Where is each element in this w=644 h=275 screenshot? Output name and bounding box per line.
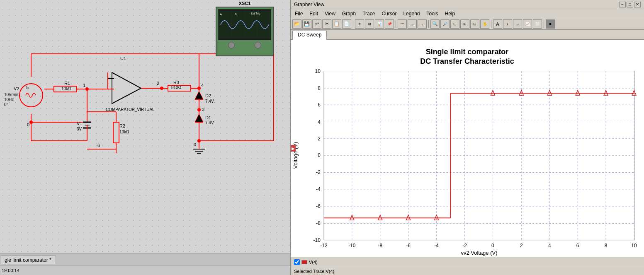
d2-value: 7.4V [205,99,214,104]
svg-point-5 [19,84,43,107]
tb-stop[interactable]: ■ [546,19,555,29]
menu-cursor[interactable]: Cursor [379,10,399,17]
tab-bar: gle limit comparator * 19:00:14 [0,253,290,275]
d1-label: D1 [205,115,211,120]
tb-cut[interactable]: ✂ [322,19,331,29]
svg-text:6: 6 [318,102,321,108]
circuit-tab[interactable]: gle limit comparator * [0,256,56,264]
menu-edit[interactable]: Edit [307,10,321,17]
menu-trace[interactable]: Trace [360,10,377,17]
legend-checkbox[interactable] [294,259,300,265]
tb-undo[interactable]: ↩ [312,19,321,29]
tb-copy[interactable]: 📋 [332,19,341,29]
svg-text:0: 0 [318,152,321,158]
tb-arrow[interactable]: → [513,19,522,29]
tb-paste[interactable]: 📄 [342,19,351,29]
tb-italic[interactable]: I [503,19,512,29]
tab-dc-sweep[interactable]: DC Sweep [292,31,327,40]
d2-label: D2 [205,93,211,98]
tb-zoomout[interactable]: 🔎 [440,19,450,29]
tb-open[interactable]: 📂 [292,19,301,29]
svg-text:-6: -6 [316,203,321,209]
gnd-node0: 0 [27,122,29,127]
v2-vrms: 10Vrms [4,92,18,97]
menu-bar: File Edit View Graph Trace Cursor Legend… [291,9,644,18]
menu-graph[interactable]: Graph [340,10,358,17]
svg-text:2: 2 [520,243,523,248]
graph-area[interactable]: ▶ Single limit comparator DC Transfer Ch… [291,40,644,257]
minimize-button[interactable]: − [619,2,626,7]
tb-sep2 [396,20,396,28]
tb-sep1 [353,20,353,28]
tb-save[interactable]: 💾 [302,19,311,29]
oscilloscope[interactable]: XSC1 A B Ext Trig [216,7,274,56]
tb-zoom3[interactable]: ⊟ [470,19,479,29]
tb-fit[interactable]: ⊡ [450,19,459,29]
tab-strip: DC Sweep [291,30,644,40]
svg-text:B: B [235,12,237,16]
svg-text:0: 0 [491,243,494,248]
u1-label: U1 [120,56,126,61]
node1-label: 1 [83,83,85,88]
legend-item: V(4) [294,259,318,265]
tb-line[interactable]: 〰 [398,19,407,29]
tb-dotline[interactable]: .-. [418,19,427,29]
svg-rect-50 [113,122,119,143]
tb-pin[interactable]: 📌 [385,19,394,29]
v2-phase: 0° [4,102,8,107]
grapher-panel: Grapher View − □ ✕ File Edit View Graph … [290,0,644,275]
left-arrow-indicator[interactable]: ▶ [291,145,296,152]
tb-bar[interactable]: 📊 [375,19,384,29]
tb-text[interactable]: A [493,19,502,29]
svg-text:6: 6 [576,243,579,248]
v1-value: 3V [77,127,82,131]
svg-text:-8: -8 [378,243,382,248]
svg-text:-4: -4 [434,243,439,248]
r2-value: 10kΩ [119,130,129,134]
v2-hz: 10Hz [4,97,14,102]
menu-legend[interactable]: Legend [401,10,422,17]
grapher-title-bar: Grapher View − □ ✕ [291,0,644,9]
legend-color [301,260,307,264]
osc-knob-b[interactable] [255,42,261,48]
svg-rect-62 [291,40,644,257]
tb-chart[interactable]: 📈 [523,19,532,29]
svg-marker-29 [195,114,203,122]
legend-bar: V(4) [291,257,644,267]
tb-export[interactable]: ⬜ [533,19,542,29]
tb-sep5 [544,20,544,28]
svg-marker-23 [195,91,203,99]
status-time: 19:00:14 [2,268,19,273]
tb-grid[interactable]: # [355,19,364,29]
node0-label: 0 [194,142,196,147]
d1-value: 7.4V [205,121,214,125]
tb-zoomin[interactable]: 🔍 [430,19,440,29]
menu-tools[interactable]: Tools [424,10,440,17]
maximize-button[interactable]: □ [627,2,633,7]
svg-text:Ext Trig: Ext Trig [251,12,260,15]
circuit-panel: V1 3V 5 R1 10kΩ 1 V2 10Vrms 10Hz 0° U1 C… [0,0,290,275]
menu-file[interactable]: File [292,10,305,17]
osc-screen: A B Ext Trig [218,9,271,40]
node3-label: 3 [202,107,204,112]
status-bar: 19:00:14 [0,265,290,275]
r2-label: R2 [119,123,125,128]
menu-view[interactable]: View [322,10,338,17]
v1-label: V1 [77,121,82,126]
svg-text:A: A [220,12,222,16]
close-button[interactable]: ✕ [634,2,641,7]
node4-label: 4 [201,83,204,88]
node6-label: 6 [97,143,100,148]
tb-sep3 [428,20,429,28]
tb-dot[interactable]: ··· [408,19,417,29]
osc-knob-a[interactable] [228,42,235,48]
svg-text:10: 10 [631,243,637,248]
tb-pan[interactable]: ✋ [480,19,489,29]
tb-grid2[interactable]: ⊞ [365,19,374,29]
svg-text:-10: -10 [313,237,321,243]
svg-text:8: 8 [318,85,321,91]
menu-help[interactable]: Help [442,10,458,17]
tb-zoom2[interactable]: ⊞ [460,19,469,29]
svg-text:-8: -8 [316,220,321,226]
node5-label: 5 [26,85,29,90]
